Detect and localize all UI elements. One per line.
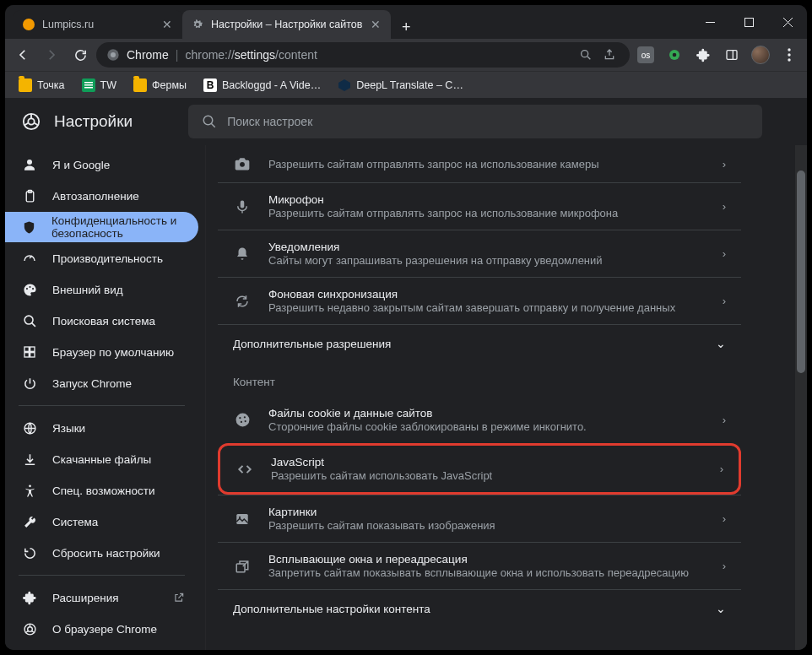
reset-icon [22,546,37,560]
sidebar-item-reset[interactable]: Сбросить настройки [5,538,198,568]
bell-icon [233,246,252,262]
sidebar-item-label: О браузере Chrome [52,623,157,636]
bookmark-tochka[interactable]: Точка [12,75,72,95]
row-subtitle: Запретить сайтам показывать всплывающие … [268,566,723,579]
sidebar-item-appearance[interactable]: Внешний вид [5,274,198,305]
profile-avatar[interactable] [748,42,773,68]
scrollbar[interactable] [795,145,807,650]
forward-button[interactable] [39,42,64,68]
search-in-page-icon[interactable] [579,48,596,62]
url-text: chrome://settings/content [185,48,317,62]
close-tab-icon[interactable]: ✕ [160,18,174,31]
wrench-icon [22,515,37,529]
bookmark-fermy[interactable]: Фермы [127,75,193,95]
svg-point-36 [27,626,32,631]
sidebar-item-autofill[interactable]: Автозаполнение [5,181,198,211]
setting-row-code[interactable]: JavaScriptРазрешить сайтам использовать … [218,443,741,495]
row-title: Всплывающие окна и переадресация [268,553,723,566]
palette-icon [22,283,37,297]
setting-row-mic[interactable]: МикрофонРазрешить сайтам отправлять запр… [218,182,741,230]
setting-row-camera[interactable]: Разрешить сайтам отправлять запрос на ис… [218,145,741,182]
share-icon[interactable] [603,48,620,62]
new-tab-button[interactable]: + [394,15,418,39]
back-button[interactable] [10,42,35,68]
sidebar-item-system[interactable]: Система [5,506,198,537]
sidebar-item-label: Запуск Chrome [52,377,132,390]
setting-row-image[interactable]: КартинкиРазрешить сайтам показывать изоб… [218,495,741,542]
bookmark-tw[interactable]: TW [75,75,123,95]
chevron-down-icon: ⌄ [716,602,726,615]
row-subtitle: Разрешить недавно закрытым сайтам заверш… [268,301,723,314]
sidebar-item-accessibility[interactable]: Спец. возможности [5,475,198,506]
svg-point-28 [24,316,33,324]
ext-os-icon[interactable]: os [633,42,658,68]
row-subtitle: Сайты могут запрашивать разрешения на от… [268,254,723,267]
chrome-logo-icon [106,48,120,62]
sidebar-item-about[interactable]: О браузере Chrome [5,614,198,644]
power-icon [22,376,37,391]
svg-point-26 [29,285,30,287]
svg-text:B: B [207,79,214,91]
sidebar-item-privacy[interactable]: Конфиденциальность и безопасность [5,212,198,242]
maximize-button[interactable] [729,5,768,39]
search-icon [202,114,217,129]
setting-row-sync[interactable]: Фоновая синхронизацияРазрешить недавно з… [218,277,741,324]
svg-point-7 [673,53,677,57]
row-title: Картинки [268,506,723,518]
content-section-label: Контент [218,362,741,397]
additional-content-settings-row[interactable]: Дополнительные настройки контента ⌄ [218,589,741,627]
sidebar-item-startup[interactable]: Запуск Chrome [5,368,198,398]
sidebar-item-languages[interactable]: Языки [5,413,198,443]
sidebar-item-you-and-google[interactable]: Я и Google [5,149,198,180]
svg-point-39 [235,414,249,427]
sync-icon [233,294,252,309]
shield-icon [22,220,36,235]
bookmark-deepl[interactable]: DeepL Translate – C… [331,75,470,95]
chevron-right-icon: › [723,200,726,213]
settings-search-input[interactable] [227,115,749,128]
settings-search[interactable] [188,105,762,138]
svg-rect-29 [24,347,29,351]
svg-rect-1 [706,22,715,23]
svg-marker-18 [338,79,350,91]
tab-settings[interactable]: Настройки – Настройки сайтов ✕ [182,10,391,39]
sidebar-item-label: Внешний вид [52,284,123,296]
tab-lumpics[interactable]: Lumpics.ru ✕ [14,10,182,39]
side-panel-icon[interactable] [719,42,744,68]
sidebar-item-search[interactable]: Поисковая система [5,306,198,336]
bookmark-backloggd[interactable]: BBackloggd - A Vide… [197,75,328,95]
minimize-button[interactable] [690,5,729,39]
row-title: Фоновая синхронизация [268,288,723,300]
row-subtitle: Разрешить сайтам отправлять запрос на ис… [268,158,723,171]
setting-row-bell[interactable]: УведомленияСайты могут запрашивать разре… [218,230,741,277]
chrome-icon [22,622,37,636]
reload-button[interactable] [68,42,93,68]
folder-icon [19,78,32,92]
extensions-icon[interactable] [690,42,716,68]
sidebar-item-downloads[interactable]: Скачанные файлы [5,444,198,474]
chevron-right-icon: › [723,295,726,307]
address-bar[interactable]: Chrome | chrome://settings/content [96,42,630,68]
chevron-right-icon: › [720,463,723,475]
setting-row-popup[interactable]: Всплывающие окна и переадресацияЗапретит… [218,542,741,589]
svg-point-22 [27,160,32,165]
sidebar-item-label: Сбросить настройки [52,547,160,560]
scrollbar-thumb[interactable] [797,171,805,373]
ext-green-icon[interactable] [662,42,687,68]
sidebar-item-label: Я и Google [52,159,110,171]
sidebar-item-default[interactable]: Браузер по умолчанию [5,337,198,367]
close-tab-icon[interactable]: ✕ [369,18,382,31]
svg-rect-2 [744,18,753,26]
row-title: Микрофон [268,193,723,206]
chevron-right-icon: › [723,158,726,171]
chevron-down-icon: ⌄ [716,337,726,350]
sidebar-item-performance[interactable]: Производительность [5,243,198,273]
row-title: Уведомления [268,241,723,253]
close-window-button[interactable] [768,5,807,39]
setting-row-cookie[interactable]: Файлы cookie и данные сайтовСторонние фа… [218,397,741,443]
additional-permissions-row[interactable]: Дополнительные разрешения ⌄ [218,324,741,362]
svg-point-25 [25,288,27,290]
sidebar-item-extensions[interactable]: Расширения [5,582,198,613]
popup-icon [233,559,252,574]
menu-button[interactable] [777,42,802,68]
